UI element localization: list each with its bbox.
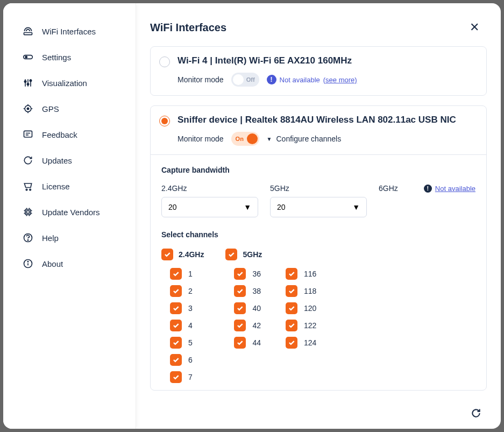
interface-card: Sniffer device | Realtek 8814AU Wireless…: [150, 105, 487, 391]
channel-checkbox[interactable]: [234, 268, 246, 280]
channel-item[interactable]: 124: [286, 337, 316, 349]
svg-point-9: [26, 189, 27, 190]
channel-item[interactable]: 5: [170, 337, 204, 349]
footer: [136, 400, 501, 429]
channel-checkbox[interactable]: [170, 268, 182, 280]
bandwidth-select-5[interactable]: 20 ▼: [270, 197, 367, 217]
help-icon: [23, 232, 33, 243]
wifi-icon: [23, 26, 33, 37]
channel-checkbox[interactable]: [286, 320, 297, 331]
interface-radio[interactable]: [159, 56, 170, 67]
refresh-icon: [23, 155, 33, 166]
channel-item[interactable]: 7: [170, 371, 204, 383]
capture-bandwidth-title: Capture bandwidth: [161, 166, 475, 174]
channel-item[interactable]: 3: [170, 302, 204, 314]
refresh-button[interactable]: [471, 408, 481, 421]
not-available-link[interactable]: Not available: [435, 185, 475, 193]
chip-icon: [23, 207, 33, 217]
svg-rect-11: [25, 209, 31, 215]
sidebar-item-label: WiFi Interfaces: [42, 27, 96, 36]
channel-item[interactable]: 42: [234, 320, 261, 331]
band-5-label: 5GHz: [243, 250, 262, 259]
svg-point-7: [27, 108, 29, 109]
interface-radio[interactable]: [159, 116, 170, 126]
svg-point-4: [27, 83, 29, 85]
channel-checkbox[interactable]: [234, 320, 246, 331]
channel-item[interactable]: 1: [170, 268, 204, 280]
configure-channels-dropdown[interactable]: ▼ Configure channels: [267, 134, 342, 143]
channel-checkbox[interactable]: [170, 302, 182, 314]
channel-checkbox[interactable]: [170, 320, 182, 331]
channel-item[interactable]: 6: [170, 354, 204, 366]
channel-checkbox[interactable]: [170, 337, 182, 349]
channel-item[interactable]: 2: [170, 285, 204, 297]
channel-item[interactable]: 122: [286, 320, 316, 331]
chevron-down-icon: ▼: [352, 203, 360, 211]
svg-point-14: [27, 240, 28, 240]
info-icon: [23, 258, 33, 269]
toggle-icon: [23, 52, 33, 62]
interface-title: Wi-Fi 4 | Intel(R) Wi-Fi 6E AX210 160MHz: [178, 55, 475, 66]
channel-checkbox[interactable]: [170, 285, 182, 297]
channel-checkbox[interactable]: [234, 285, 246, 297]
main-content: WiFi Interfaces ✕ Wi-Fi 4 | Intel(R) Wi-…: [136, 3, 501, 429]
monitor-toggle[interactable]: On: [231, 132, 259, 146]
sidebar-item-license[interactable]: License: [3, 173, 136, 199]
sidebar-item-settings[interactable]: Settings: [3, 44, 136, 70]
not-available-badge: ! Not available (see more): [267, 75, 357, 84]
svg-rect-0: [24, 33, 32, 35]
main-header: WiFi Interfaces ✕: [136, 3, 501, 46]
channel-checkbox[interactable]: [234, 302, 246, 314]
band-5-checkbox[interactable]: [225, 249, 237, 260]
refresh-icon: [471, 408, 481, 419]
channel-item[interactable]: 116: [286, 268, 316, 280]
select-channels-title: Select channels: [161, 230, 475, 239]
channel-checkbox[interactable]: [286, 302, 297, 314]
channel-item[interactable]: 40: [234, 302, 261, 314]
channel-checkbox[interactable]: [286, 337, 297, 349]
feedback-icon: [23, 129, 33, 140]
channel-item[interactable]: 36: [234, 268, 261, 280]
warn-icon: !: [424, 185, 432, 193]
channels-area[interactable]: 2.4GHz 1 2 3 4 5 6 7: [161, 249, 475, 388]
sidebar-item-about[interactable]: About: [3, 251, 136, 277]
channel-checkbox[interactable]: [286, 285, 297, 297]
sidebar-item-feedback[interactable]: Feedback: [3, 122, 136, 147]
svg-point-2: [25, 56, 27, 59]
sidebar-item-wifi[interactable]: WiFi Interfaces: [3, 18, 136, 44]
channel-item[interactable]: 120: [286, 302, 316, 314]
channel-checkbox[interactable]: [170, 371, 182, 383]
band-24-checkbox[interactable]: [161, 249, 173, 260]
sidebar-item-updates[interactable]: Updates: [3, 147, 136, 173]
close-button[interactable]: ✕: [467, 18, 481, 37]
sidebar-item-vendors[interactable]: Update Vendors: [3, 199, 136, 225]
sidebar-item-label: Visualization: [42, 79, 87, 88]
svg-point-3: [24, 81, 26, 82]
chevron-down-icon: ▼: [267, 136, 272, 142]
svg-rect-12: [27, 211, 30, 214]
sidebar-item-label: Updates: [42, 156, 72, 165]
sidebar-item-visualization[interactable]: Visualization: [3, 70, 136, 96]
sidebar-item-label: Update Vendors: [42, 208, 100, 217]
bandwidth-select-24[interactable]: 20 ▼: [161, 197, 258, 217]
sidebar-item-gps[interactable]: GPS: [3, 96, 136, 122]
sidebar-item-label: Settings: [42, 53, 71, 62]
info-icon: !: [267, 75, 276, 84]
channel-item[interactable]: 4: [170, 320, 204, 331]
channel-checkbox[interactable]: [286, 268, 297, 280]
channel-item[interactable]: 44: [234, 337, 261, 349]
close-icon: ✕: [470, 20, 479, 34]
band-label-24: 2.4GHz: [161, 184, 258, 193]
channel-item[interactable]: 38: [234, 285, 261, 297]
monitor-toggle[interactable]: Off: [231, 73, 259, 87]
svg-rect-8: [24, 131, 32, 137]
see-more-link[interactable]: (see more): [323, 76, 357, 84]
monitor-mode-label: Monitor mode: [178, 134, 224, 143]
sidebar-item-label: Feedback: [42, 130, 77, 139]
sidebar-item-label: GPS: [42, 104, 59, 114]
sidebar-item-help[interactable]: Help: [3, 225, 136, 251]
sliders-icon: [23, 77, 33, 88]
channel-checkbox[interactable]: [170, 354, 182, 366]
channel-checkbox[interactable]: [234, 337, 246, 349]
channel-item[interactable]: 118: [286, 285, 316, 297]
